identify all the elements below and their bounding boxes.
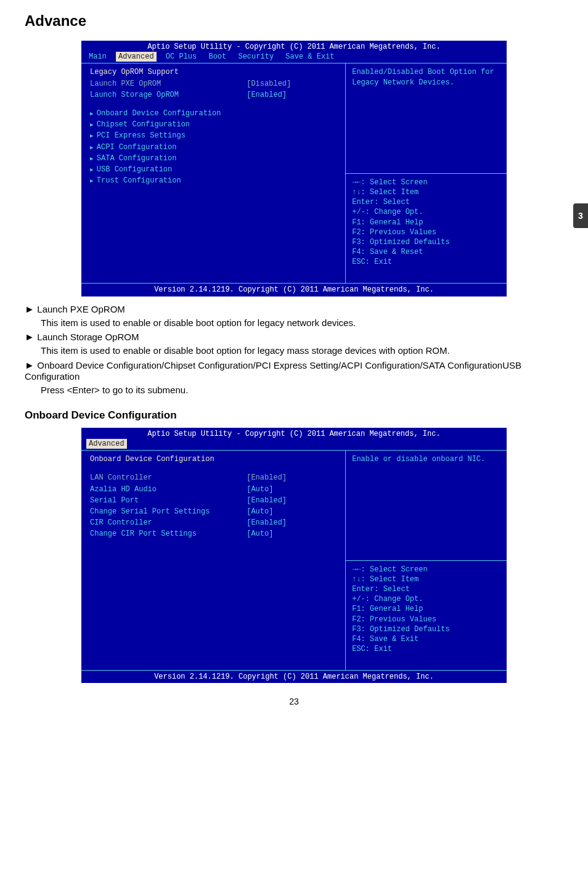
bios-heading-onboard: Onboard Device Configuration: [90, 454, 339, 464]
bios-opt-label: Change Serial Port Settings: [90, 507, 247, 517]
bios-opt-launch-pxe[interactable]: Launch PXE OpROM [Disabled]: [90, 79, 339, 89]
bios-opt-value: [Auto]: [247, 484, 339, 494]
chapter-side-tab: 3: [573, 203, 588, 228]
bios-key-legend: →←: Select Screen ↑↓: Select Item Enter:…: [346, 560, 507, 671]
triangle-icon: ►: [25, 360, 35, 370]
bios-tab-bar: Advanced: [81, 439, 507, 450]
triangle-icon: ►: [25, 332, 35, 342]
bios-tab-advanced[interactable]: Advanced: [86, 439, 127, 449]
bios-top-line: Aptio Setup Utility - Copyright (C) 2011…: [81, 41, 507, 52]
bios-tab-boot[interactable]: Boot: [206, 52, 229, 62]
bios-opt-label: Azalia HD Audio: [90, 484, 247, 494]
bios-opt-label: Serial Port: [90, 496, 247, 505]
bios-opt-cir-settings[interactable]: Change CIR Port Settings [Auto]: [90, 529, 339, 539]
bios-left-pane: Legacy OpROM Support Launch PXE OpROM [D…: [81, 63, 346, 283]
doc-item-list: ► Launch PXE OpROM This item is used to …: [25, 304, 563, 397]
bios-body: Onboard Device Configuration LAN Control…: [81, 450, 507, 671]
bios-opt-value: [Enabled]: [247, 518, 339, 528]
bios-opt-label: CIR Controller: [90, 518, 247, 528]
page-title: Advance: [25, 12, 563, 30]
bios-tab-security[interactable]: Security: [235, 52, 276, 62]
doc-item-heading: Onboard Device Configuration/Chipset Con…: [25, 360, 521, 382]
bios-sub-pci[interactable]: PCI Express Settings: [90, 131, 339, 141]
bios-tab-advanced[interactable]: Advanced: [116, 52, 157, 62]
bios-screenshot-onboard: Aptio Setup Utility - Copyright (C) 2011…: [81, 428, 507, 684]
bios-sub-usb[interactable]: USB Configuration: [90, 165, 339, 174]
triangle-icon: ►: [25, 304, 35, 314]
page-number: 23: [25, 697, 563, 706]
bios-right-pane: Enabled/Disabled Boot Option for Legacy …: [346, 63, 507, 283]
bios-screenshot-advance: Aptio Setup Utility - Copyright (C) 2011…: [81, 41, 507, 296]
bios-sub-onboard[interactable]: Onboard Device Configuration: [90, 108, 339, 118]
bios-heading-legacy-oprom: Legacy OpROM Support: [90, 67, 339, 77]
bios-top-line: Aptio Setup Utility - Copyright (C) 2011…: [81, 428, 507, 439]
bios-opt-value: [Auto]: [247, 507, 339, 517]
bios-tab-saveexit[interactable]: Save & Exit: [283, 52, 337, 62]
bios-key-legend: →←: Select Screen ↑↓: Select Item Enter:…: [346, 173, 507, 284]
bios-sub-sata[interactable]: SATA Configuration: [90, 153, 339, 163]
bios-opt-label: Change CIR Port Settings: [90, 529, 247, 539]
doc-item-storage: ► Launch Storage OpROM This item is used…: [25, 332, 563, 358]
bios-right-pane: Enable or disable onboard NIC. →←: Selec…: [346, 451, 507, 670]
doc-item-heading: Launch Storage OpROM: [37, 332, 139, 342]
bios-opt-lan[interactable]: LAN Controller [Enabled]: [90, 473, 339, 483]
bios-help-text: Enabled/Disabled Boot Option for Legacy …: [346, 63, 507, 173]
bios-tab-main[interactable]: Main: [86, 52, 109, 62]
bios-opt-azalia[interactable]: Azalia HD Audio [Auto]: [90, 484, 339, 494]
bios-opt-serial[interactable]: Serial Port [Enabled]: [90, 496, 339, 505]
bios-bottom-line: Version 2.14.1219. Copyright (C) 2011 Am…: [81, 671, 507, 683]
bios-tab-bar: Main Advanced OC Plus Boot Security Save…: [81, 52, 507, 63]
bios-opt-value: [Enabled]: [247, 473, 339, 483]
bios-opt-cir[interactable]: CIR Controller [Enabled]: [90, 518, 339, 528]
bios-sub-acpi[interactable]: ACPI Configuration: [90, 142, 339, 152]
doc-item-body: Press <Enter> to go to its submenu.: [41, 383, 563, 397]
bios-sub-chipset[interactable]: Chipset Configuration: [90, 120, 339, 129]
doc-item-body: This item is used to enable or disable b…: [41, 344, 563, 358]
bios-opt-label: LAN Controller: [90, 473, 247, 483]
bios-tab-ocplus[interactable]: OC Plus: [163, 52, 199, 62]
doc-item-body: This item is used to enable or disable b…: [41, 316, 563, 330]
bios-opt-launch-storage[interactable]: Launch Storage OpROM [Enabled]: [90, 90, 339, 100]
bios-bottom-line: Version 2.14.1219. Copyright (C) 2011 Am…: [81, 284, 507, 296]
bios-opt-label: Launch PXE OpROM: [90, 79, 247, 89]
bios-sub-trust[interactable]: Trust Configuration: [90, 176, 339, 186]
doc-item-submenus: ► Onboard Device Configuration/Chipset C…: [25, 360, 563, 397]
doc-item-pxe: ► Launch PXE OpROM This item is used to …: [25, 304, 563, 330]
bios-opt-value: [Disabled]: [247, 79, 339, 89]
bios-opt-value: [Auto]: [247, 529, 339, 539]
subsection-title-onboard: Onboard Device Configuration: [25, 409, 563, 422]
bios-opt-value: [Enabled]: [247, 90, 339, 100]
bios-opt-serial-settings[interactable]: Change Serial Port Settings [Auto]: [90, 507, 339, 517]
bios-body: Legacy OpROM Support Launch PXE OpROM [D…: [81, 63, 507, 284]
bios-opt-value: [Enabled]: [247, 496, 339, 505]
bios-left-pane: Onboard Device Configuration LAN Control…: [81, 451, 346, 670]
bios-help-text: Enable or disable onboard NIC.: [346, 451, 507, 560]
bios-opt-label: Launch Storage OpROM: [90, 90, 247, 100]
doc-item-heading: Launch PXE OpROM: [37, 304, 125, 314]
